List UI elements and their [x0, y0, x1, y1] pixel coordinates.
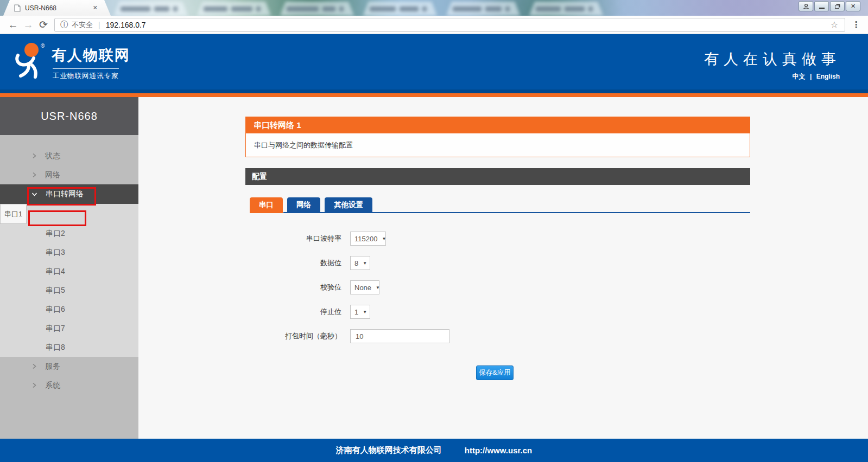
main-content: 串口转网络 1 串口与网络之间的数据传输配置 配置 串口 网络 其他设置 串口波…: [138, 97, 868, 439]
form-row: 串口波特率 115200 ▼: [245, 232, 750, 246]
serial-submenu: 串口1 串口2 串口3 串口4 串口5 串口6 串口7 串口8: [0, 204, 138, 357]
chevron-down-icon: [31, 191, 37, 197]
sidebar-menu: 状态 网络 串口转网络 串口1 串口2 串口3 串口4 串口5 串口6 串口7 …: [0, 135, 138, 395]
blurred-tab[interactable]: [197, 2, 271, 16]
browser-tab-active[interactable]: USR-N668 ✕: [3, 0, 111, 16]
save-row: 保存&应用: [245, 365, 750, 380]
sidebar-item-serial3[interactable]: 串口3: [0, 243, 138, 262]
blurred-tab[interactable]: [363, 2, 437, 16]
browser-menu-icon[interactable]: ⋮: [850, 20, 863, 30]
baud-rate-label: 串口波特率: [245, 234, 350, 243]
dropdown-arrow-icon: ▼: [382, 236, 386, 241]
sidebar-item-serial2[interactable]: 串口2: [0, 224, 138, 243]
brand-divider: [53, 68, 119, 69]
sidebar-item-serial7[interactable]: 串口7: [0, 319, 138, 338]
footer-company: 济南有人物联网技术有限公司: [336, 445, 442, 455]
stop-bits-label: 停止位: [245, 307, 350, 317]
url-text[interactable]: 192.168.0.7: [106, 21, 829, 29]
tab-network[interactable]: 网络: [287, 197, 320, 212]
chevron-right-icon: [31, 153, 37, 159]
panel-title: 串口转网络 1: [245, 117, 750, 133]
language-switch: 中文 | English: [793, 72, 840, 81]
footer-website-link[interactable]: http://www.usr.cn: [465, 446, 532, 455]
sidebar-item-status[interactable]: 状态: [0, 146, 138, 165]
sidebar-item-serial5[interactable]: 串口5: [0, 281, 138, 300]
data-bits-label: 数据位: [245, 258, 350, 268]
site-footer: 济南有人物联网技术有限公司 http://www.usr.cn: [0, 439, 868, 462]
form-row: 打包时间（毫秒）: [245, 329, 750, 343]
sidebar-item-serial4[interactable]: 串口4: [0, 262, 138, 281]
blurred-tab[interactable]: [446, 2, 520, 16]
header-orange-strip: [0, 93, 868, 97]
lang-chinese-link[interactable]: 中文: [793, 73, 806, 80]
usr-logo: ®: [12, 41, 48, 82]
config-tabbar: 串口 网络 其他设置: [245, 197, 750, 213]
header-dark-strip: [0, 89, 868, 93]
browser-tab-strip: USR-N668 ✕ ✕: [0, 0, 868, 16]
brand-title: 有人物联网: [52, 46, 130, 65]
chevron-right-icon: [31, 382, 37, 388]
tab-title: USR-N668: [25, 4, 91, 12]
chevron-right-icon: [31, 172, 37, 178]
lang-divider: |: [810, 73, 812, 80]
pack-time-label: 打包时间（毫秒）: [245, 331, 350, 341]
save-apply-button[interactable]: 保存&应用: [476, 365, 514, 380]
blurred-tab[interactable]: [114, 2, 188, 16]
blurred-tab[interactable]: [280, 2, 354, 16]
bookmark-star-icon[interactable]: ☆: [829, 20, 839, 30]
restore-button[interactable]: [830, 1, 845, 11]
form-row: 校验位 None ▼: [245, 280, 750, 294]
blurred-background-tabs[interactable]: [114, 2, 612, 16]
dropdown-arrow-icon: ▼: [376, 285, 380, 290]
forward-icon[interactable]: →: [21, 19, 36, 31]
svg-text:®: ®: [41, 43, 45, 49]
device-name: USR-N668: [0, 97, 138, 135]
sidebar-item-serial-to-network[interactable]: 串口转网络: [0, 184, 138, 204]
lang-english-link[interactable]: English: [816, 73, 840, 80]
tab-close-icon[interactable]: ✕: [91, 3, 100, 12]
section-title: 配置: [245, 168, 750, 185]
sidebar-item-serial1[interactable]: 串口1: [0, 204, 27, 224]
sidebar-item-serial8[interactable]: 串口8: [0, 338, 138, 357]
back-icon[interactable]: ←: [5, 19, 21, 31]
page-favicon-icon: [14, 4, 21, 12]
parity-select[interactable]: None ▼: [350, 280, 379, 294]
profile-icon[interactable]: [799, 1, 813, 11]
form-row: 数据位 8 ▼: [245, 256, 750, 270]
sidebar-item-serial6[interactable]: 串口6: [0, 300, 138, 319]
address-bar[interactable]: ⓘ 不安全 | 192.168.0.7 ☆: [54, 18, 845, 32]
tab-serial[interactable]: 串口: [250, 197, 283, 213]
chevron-right-icon: [31, 363, 37, 369]
parity-label: 校验位: [245, 283, 350, 292]
sidebar: USR-N668 状态 网络 串口转网络 串口1 串口2 串口3 串口4 串口5…: [0, 97, 138, 439]
url-divider: |: [98, 21, 100, 29]
site-header: ® 有人物联网 工业物联网通讯专家 有人在认真做事 中文 | English: [0, 34, 868, 89]
close-button[interactable]: ✕: [846, 1, 860, 11]
minimize-button[interactable]: [814, 1, 829, 11]
config-panel: 串口转网络 1 串口与网络之间的数据传输配置 配置 串口 网络 其他设置 串口波…: [245, 117, 750, 380]
baud-rate-select[interactable]: 115200 ▼: [350, 232, 386, 246]
header-slogan: 有人在认真做事: [704, 49, 841, 69]
form-row: 停止位 1 ▼: [245, 305, 750, 319]
window-controls: ✕: [797, 1, 860, 11]
tab-other-settings[interactable]: 其他设置: [325, 197, 372, 212]
pack-time-input[interactable]: [350, 329, 449, 343]
dropdown-arrow-icon: ▼: [363, 310, 367, 315]
blurred-tab[interactable]: [529, 2, 603, 16]
dropdown-arrow-icon: ▼: [363, 261, 367, 266]
serial-config-form: 串口波特率 115200 ▼ 数据位 8 ▼ 校验位 No: [245, 232, 750, 380]
brand-subtitle: 工业物联网通讯专家: [53, 72, 130, 81]
refresh-icon[interactable]: ⟳: [36, 18, 51, 31]
panel-description: 串口与网络之间的数据传输配置: [245, 133, 750, 157]
browser-toolbar: ← → ⟳ ⓘ 不安全 | 192.168.0.7 ☆ ⋮: [0, 16, 868, 34]
stop-bits-select[interactable]: 1 ▼: [350, 305, 370, 319]
security-label: 不安全: [72, 20, 93, 30]
sidebar-item-system[interactable]: 系统: [0, 376, 138, 395]
tab-underline: [283, 212, 750, 213]
sidebar-item-services[interactable]: 服务: [0, 357, 138, 376]
data-bits-select[interactable]: 8 ▼: [350, 256, 370, 270]
brand-block: 有人物联网 工业物联网通讯专家: [52, 46, 130, 81]
info-icon[interactable]: ⓘ: [60, 20, 68, 30]
sidebar-item-network[interactable]: 网络: [0, 165, 138, 184]
